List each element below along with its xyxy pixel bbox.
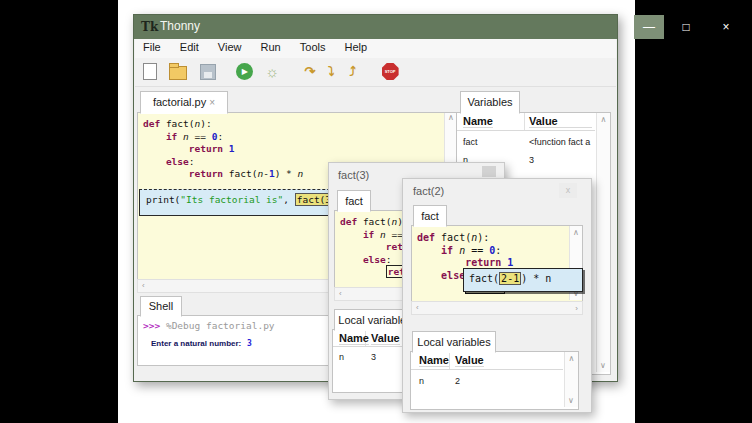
scroll-left-icon[interactable]: ‹ [412,303,419,312]
menu-edit[interactable]: Edit [172,39,207,53]
menu-help[interactable]: Help [337,39,376,53]
frame2-col-name: Name [419,354,449,367]
tab-shell[interactable]: Shell [140,296,182,317]
scroll-up-icon[interactable]: ∧ [597,113,610,124]
frame3-tab-fact[interactable]: fact [337,190,371,212]
run-icon[interactable]: ▶ [236,63,253,80]
frame2-row-n-value: 2 [455,376,460,386]
frame3-maximize-button[interactable] [482,166,496,177]
new-file-icon[interactable] [143,63,157,80]
shell-output: Enter a natural number: [151,339,241,348]
step-out-icon[interactable]: ⤴ [344,63,361,80]
scroll-left-icon[interactable]: ‹ [138,281,145,290]
frame3-col-name: Name [339,332,369,345]
column-divider [524,113,525,130]
step-over-icon[interactable]: ↷ [301,63,318,80]
scroll-left-icon[interactable]: ‹ [335,289,342,298]
open-file-icon[interactable] [169,66,187,80]
frame2-close-button[interactable]: x [559,183,577,198]
app-tk-icon: Tk [141,19,157,35]
shell-prompt: >>> [143,320,160,331]
frame2-col-value: Value [455,354,484,367]
focused-print-line: print("Its factorial is", fact(3)) [140,190,354,207]
frame2-locals-panel: Name Value n 2 ∧ ∨ [410,351,579,410]
var-row-fact-name[interactable]: fact [463,137,478,147]
step-into-icon[interactable]: ⤵ [323,63,340,80]
frame2-locals-scrollbar[interactable]: ∧ ∨ [564,352,578,407]
shell-input-value: 3 [247,339,252,348]
variables-col-name: Name [463,115,493,128]
frame2-expression: fact(2-1) * n [464,269,582,286]
frame2-tab-fact[interactable]: fact [413,205,447,227]
variables-col-value: Value [529,115,592,128]
debug-focus-statement: print("Its factorial is", fact(3)) [139,189,355,216]
frame-window-fact2: fact(2) x fact def fact(n): if n == 0: r… [402,178,592,413]
scroll-right-icon[interactable]: › [575,303,578,314]
menu-view[interactable]: View [210,39,250,53]
screenshot-stage: Tk Thonny — □ × File Edit View Run Tools… [0,0,752,423]
scroll-up-icon[interactable]: ∧ [448,113,454,122]
maximize-button[interactable]: □ [671,15,701,39]
shell-command: %Debug factorial.py [166,320,275,331]
toolbar: ▶ ☼ ↷ ⤵ ⤴ STOP [135,58,616,87]
tab-close-icon[interactable]: × [209,97,215,108]
variables-scrollbar[interactable]: ∧ ∨ [596,113,610,372]
tab-variables[interactable]: Variables [460,91,520,114]
frame2-row-n-name[interactable]: n [419,376,424,386]
menu-tools[interactable]: Tools [292,39,334,53]
var-row-fact-value: <function fact a [529,137,595,147]
frame2-tab-local-variables[interactable]: Local variables [412,331,496,353]
frame3-row-n-value: 3 [371,352,376,362]
save-file-icon[interactable] [200,64,216,80]
var-row-n-value: 3 [529,155,534,165]
scroll-up-icon[interactable]: ∧ [570,226,582,237]
menubar: File Edit View Run Tools Help [135,39,616,58]
close-button[interactable]: × [711,15,741,39]
stop-icon[interactable]: STOP [382,63,399,80]
frame2-title: fact(2) [413,185,444,197]
minimize-button[interactable]: — [634,15,664,39]
debug-icon[interactable]: ☼ [264,63,281,80]
column-divider [449,352,450,369]
header-divider [457,130,595,131]
window-title: Thonny [160,19,200,33]
frame3-col-value: Value [371,332,400,345]
tab-label: factorial.py [153,96,206,108]
frame2-expression-box: fact(2-1) * n [463,268,583,292]
frame3-row-n-name[interactable]: n [339,352,344,362]
scroll-down-icon[interactable]: ∨ [568,396,574,405]
header-divider [411,369,563,370]
frame3-title: fact(3) [338,169,369,181]
menu-run[interactable]: Run [253,39,289,53]
scroll-down-icon[interactable]: ∨ [600,361,606,370]
scroll-up-icon[interactable]: ∧ [565,352,578,363]
titlebar[interactable]: Tk Thonny — □ × [134,15,617,39]
frame2-horizontal-scrollbar[interactable]: ‹ › [411,301,583,315]
menu-file[interactable]: File [135,39,169,53]
tab-factorial-py[interactable]: factorial.py × [140,91,228,114]
